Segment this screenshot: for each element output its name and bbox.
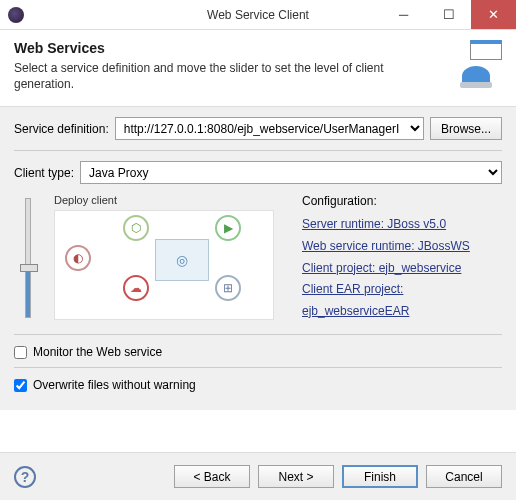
wizard-footer: ? < Back Next > Finish Cancel <box>0 452 516 500</box>
separator <box>14 334 502 335</box>
cancel-button[interactable]: Cancel <box>426 465 502 488</box>
monitor-checkbox[interactable] <box>14 346 27 359</box>
next-button[interactable]: Next > <box>258 465 334 488</box>
minimize-button[interactable]: ─ <box>381 0 426 29</box>
node-icon: ⬡ <box>123 215 149 241</box>
browse-button[interactable]: Browse... <box>430 117 502 140</box>
finish-button[interactable]: Finish <box>342 465 418 488</box>
center-node-icon: ◎ <box>155 239 209 281</box>
window-title: Web Service Client <box>207 8 309 22</box>
lifecycle-diagram: ◐ ⬡ ☁ ▶ ⊞ ◎ <box>54 210 274 320</box>
back-button[interactable]: < Back <box>174 465 250 488</box>
wizard-content: Service definition: http://127.0.0.1:808… <box>0 107 516 410</box>
slider-level-label: Deploy client <box>54 194 290 206</box>
configuration-label: Configuration: <box>302 194 502 208</box>
server-runtime-link[interactable]: Server runtime: JBoss v5.0 <box>302 214 502 236</box>
client-ear-project-link[interactable]: Client EAR project: ejb_webserviceEAR <box>302 279 502 322</box>
client-type-select[interactable]: Java Proxy <box>80 161 502 184</box>
separator <box>14 367 502 368</box>
node-icon: ⊞ <box>215 275 241 301</box>
service-definition-select[interactable]: http://127.0.0.1:8080/ejb_webservice/Use… <box>115 117 424 140</box>
client-project-link[interactable]: Client project: ejb_webservice <box>302 258 502 280</box>
titlebar: Web Service Client ─ ☐ ✕ <box>0 0 516 30</box>
ws-runtime-link[interactable]: Web service runtime: JBossWS <box>302 236 502 258</box>
eclipse-icon <box>8 7 24 23</box>
node-icon: ▶ <box>215 215 241 241</box>
page-title: Web Services <box>14 40 444 56</box>
maximize-button[interactable]: ☐ <box>426 0 471 29</box>
monitor-label: Monitor the Web service <box>33 345 162 359</box>
help-icon[interactable]: ? <box>14 466 36 488</box>
close-button[interactable]: ✕ <box>471 0 516 29</box>
page-subtitle: Select a service definition and move the… <box>14 60 444 92</box>
client-type-label: Client type: <box>14 166 74 180</box>
generation-level-slider[interactable] <box>14 194 42 324</box>
overwrite-label: Overwrite files without warning <box>33 378 196 392</box>
service-definition-label: Service definition: <box>14 122 109 136</box>
webservice-icon <box>454 40 502 88</box>
wizard-header: Web Services Select a service definition… <box>0 30 516 107</box>
overwrite-checkbox[interactable] <box>14 379 27 392</box>
node-icon: ◐ <box>65 245 91 271</box>
separator <box>14 150 502 151</box>
node-icon: ☁ <box>123 275 149 301</box>
